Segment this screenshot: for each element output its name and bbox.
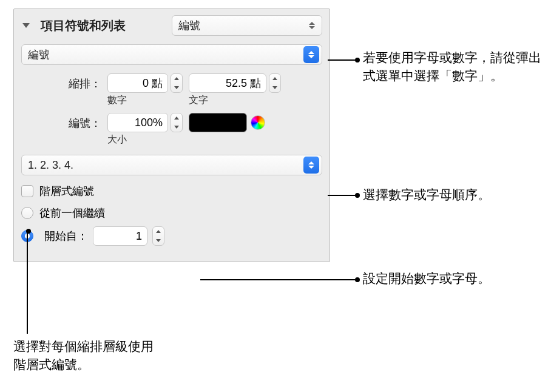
callout-line bbox=[328, 59, 359, 61]
panel-header: 項目符號和列表 編號 bbox=[21, 15, 322, 36]
continue-label: 從前一個繼續 bbox=[39, 206, 105, 220]
indent-text-stepper[interactable] bbox=[269, 73, 281, 93]
indent-number-stepper[interactable] bbox=[171, 73, 183, 93]
start-from-stepper[interactable] bbox=[152, 226, 164, 246]
callout-format: 若要使用字母或數字，請從彈出式選單中選擇「數字」。 bbox=[363, 49, 545, 86]
hierarchical-label: 階層式編號 bbox=[39, 184, 94, 198]
callout-line bbox=[328, 195, 359, 196]
callout-sequence: 選擇數字或字母順序。 bbox=[363, 186, 490, 204]
number-format-select[interactable]: 編號 bbox=[21, 44, 322, 65]
numbering-size-stepper[interactable] bbox=[171, 113, 183, 132]
callout-line bbox=[200, 279, 359, 280]
callout-line-vertical bbox=[27, 231, 28, 334]
callout-start: 設定開始數字或字母。 bbox=[363, 269, 490, 288]
bullets-lists-panel: 項目符號和列表 編號 編號 縮排： 數字 bbox=[13, 8, 330, 262]
numbering-size-input[interactable] bbox=[107, 113, 168, 132]
panel-title: 項目符號和列表 bbox=[41, 18, 126, 34]
updown-arrows-icon bbox=[303, 46, 319, 63]
continue-radio[interactable] bbox=[21, 207, 33, 219]
numbering-size-caption: 大小 bbox=[107, 133, 183, 146]
list-style-select[interactable]: 編號 bbox=[172, 15, 322, 36]
hierarchical-checkbox[interactable] bbox=[21, 185, 33, 197]
updown-arrows-icon bbox=[305, 18, 319, 33]
sequence-value: 1. 2. 3. 4. bbox=[28, 159, 73, 172]
updown-arrows-icon bbox=[303, 157, 319, 174]
disclosure-triangle-icon[interactable] bbox=[22, 23, 30, 28]
color-wheel-icon[interactable] bbox=[251, 115, 265, 130]
sequence-select[interactable]: 1. 2. 3. 4. bbox=[21, 155, 322, 175]
list-style-value: 編號 bbox=[178, 18, 200, 33]
start-from-input[interactable] bbox=[93, 226, 147, 246]
number-format-value: 編號 bbox=[28, 47, 50, 62]
number-color-swatch[interactable] bbox=[189, 113, 247, 132]
indent-number-input[interactable] bbox=[107, 73, 168, 93]
callout-hierarchical: 選擇對每個縮排層級使用階層式編號。 bbox=[13, 337, 159, 374]
numbering-label: 編號： bbox=[58, 113, 101, 130]
start-from-label: 開始自： bbox=[44, 229, 88, 243]
indent-label: 縮排： bbox=[58, 73, 101, 91]
indent-text-caption: 文字 bbox=[189, 94, 281, 107]
indent-number-caption: 數字 bbox=[107, 94, 183, 107]
indent-text-input[interactable] bbox=[189, 73, 266, 93]
